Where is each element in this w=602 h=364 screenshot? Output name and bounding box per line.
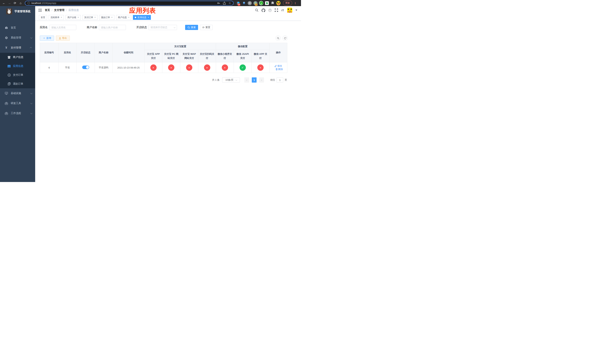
back-icon[interactable]: ←	[1, 1, 6, 6]
sidebar-item-infrastructure[interactable]: 基础设施	[0, 88, 35, 98]
current-page-button[interactable]: 1	[252, 77, 257, 83]
sidebar-item-pay-orders[interactable]: ¥ 支付订单	[0, 71, 35, 79]
sidebar-item-home[interactable]: 首页	[0, 23, 35, 33]
share-icon[interactable]	[223, 2, 226, 5]
sidebar-item-workflow[interactable]: 工作流程	[0, 108, 35, 118]
prev-page-button[interactable]: ‹	[244, 77, 249, 83]
sidebar-fold-icon[interactable]	[38, 9, 42, 12]
extensions-puzzle-icon[interactable]	[271, 1, 275, 5]
monitor-icon	[4, 92, 9, 95]
merchant-name-input[interactable]	[99, 25, 126, 30]
profile-avatar[interactable]	[276, 1, 280, 5]
col-header-wx-mini: 微信小程序支付	[216, 50, 234, 62]
col-header-alipay-wap: 支付宝 WAP 网站支付	[180, 50, 198, 62]
tag-user-group[interactable]: 用户分组×	[65, 15, 81, 20]
tag-app-info[interactable]: 应用信息×	[133, 15, 151, 20]
sidebar-item-label: 商户信息	[13, 55, 23, 59]
col-header-name: 应用名	[58, 43, 77, 62]
toolbox-icon	[4, 102, 9, 105]
tag-merchant-info[interactable]: 商户信息×	[116, 15, 131, 20]
browser-menu-icon[interactable]: ⋮	[294, 2, 297, 5]
tag-home[interactable]: 首页	[39, 15, 47, 20]
github-icon[interactable]	[262, 9, 265, 12]
browser-update-button[interactable]: 更新	[283, 0, 292, 6]
site-info-icon[interactable]: i	[27, 2, 30, 4]
status-toggle-on[interactable]	[82, 65, 89, 69]
extension-grid-icon[interactable]: 10	[236, 1, 240, 5]
breadcrumb-home[interactable]: 首页	[45, 9, 50, 12]
fullscreen-icon[interactable]	[275, 9, 278, 12]
user-avatar[interactable]	[287, 8, 292, 13]
sidebar-item-merchant-info[interactable]: 商户信息	[0, 53, 35, 62]
search-form: 应用名 商户名称 开启状态 请选择开启状态 搜索 ⟳ 重置	[40, 25, 301, 30]
table-row: 6 芋道 芋道源码 2021-10-23 08:49:25 × × × × × …	[40, 62, 287, 73]
cell-id: 6	[40, 62, 58, 73]
refresh-icon: ⟳	[202, 26, 204, 29]
sidebar-item-refund-orders[interactable]: 退款订单	[0, 79, 35, 88]
font-size-icon[interactable]: TT	[281, 9, 284, 12]
forward-icon[interactable]: →	[7, 1, 12, 6]
extensions-area: 10 ⌘ 1 y	[236, 1, 281, 5]
alipay-wap-disabled-icon: ×	[186, 64, 192, 71]
extension-command-icon[interactable]: ⌘	[248, 1, 252, 5]
briefcase-icon	[4, 112, 9, 115]
app-name-input[interactable]	[49, 25, 76, 30]
reset-button[interactable]: ⟳ 重置	[200, 25, 213, 30]
sidebar-item-label: 首页	[11, 26, 16, 30]
extension-camera-icon[interactable]: 1	[253, 1, 258, 5]
user-caret-icon[interactable]	[295, 10, 297, 11]
close-icon[interactable]: ×	[128, 16, 129, 19]
search-button[interactable]: 搜索	[185, 25, 198, 30]
sidebar-logo[interactable]: 芋道管理系统	[0, 6, 35, 16]
app-table: 应用编号 应用名 开启状态 商户名称 创建时间 支付宝配置 微信配置 操作 支付…	[40, 43, 287, 73]
close-icon[interactable]: ×	[94, 16, 96, 19]
trash-icon	[276, 68, 278, 70]
status-select[interactable]: 请选择开启状态	[149, 25, 177, 30]
help-icon[interactable]: ?	[269, 9, 272, 12]
cell-created: 2021-10-23 08:49:25	[113, 62, 145, 73]
add-button[interactable]: ＋ 新增	[40, 36, 54, 41]
sidebar-item-pay[interactable]: ¥ 支付管理	[0, 43, 35, 53]
show-search-toggle-button[interactable]	[275, 36, 281, 41]
page-content: 应用名 商户名称 开启状态 请选择开启状态 搜索 ⟳ 重置	[35, 21, 301, 182]
coin-yen-icon: ¥	[7, 74, 11, 77]
breadcrumb-pay[interactable]: 支付管理	[54, 9, 64, 12]
sidebar-item-label: 系统管理	[11, 36, 21, 39]
sidebar-item-app-info[interactable]: 应用信息	[0, 62, 35, 71]
extension-kite-icon[interactable]	[242, 1, 246, 5]
col-header-merchant: 商户名称	[95, 43, 113, 62]
sidebar-item-dev-tools[interactable]: 研发工具	[0, 98, 35, 108]
sidebar-item-system[interactable]: 系统管理	[0, 33, 35, 43]
close-icon[interactable]: ×	[61, 16, 62, 19]
search-icon[interactable]	[255, 9, 258, 12]
refresh-icon	[284, 37, 286, 39]
tag-process-form[interactable]: 流程表单×	[49, 15, 64, 20]
sidebar-item-label: 退款订单	[13, 82, 23, 86]
tag-refund-orders[interactable]: 退款订单×	[99, 15, 114, 20]
address-bar[interactable]: i localhost:1024/pay/app ☆	[25, 1, 234, 6]
search-icon	[277, 37, 279, 39]
home-icon[interactable]: ⌂	[18, 1, 23, 6]
close-icon[interactable]: ×	[111, 16, 113, 19]
col-header-alipay-qr: 支付宝扫码支付	[198, 50, 216, 62]
next-page-button[interactable]: ›	[259, 77, 264, 83]
refresh-table-button[interactable]	[282, 36, 288, 41]
close-icon[interactable]: ×	[77, 16, 79, 19]
url-text[interactable]: localhost:1024/pay/app	[32, 2, 56, 4]
goto-page-input[interactable]	[277, 77, 283, 83]
reload-icon[interactable]: ⟳	[13, 1, 17, 6]
extension-doc-icon[interactable]	[265, 1, 269, 5]
bookmark-star-icon[interactable]: ☆	[229, 1, 231, 5]
alipay-app-disabled-icon: ×	[150, 64, 157, 71]
tag-pay-orders[interactable]: 支付订单×	[82, 15, 97, 20]
password-key-icon[interactable]	[217, 2, 220, 5]
col-header-status: 开启状态	[77, 43, 95, 62]
edit-button[interactable]: 修改	[275, 64, 282, 68]
app-name-label: 应用名	[40, 26, 48, 29]
merchant-name-label: 商户名称	[87, 26, 97, 29]
page-size-select[interactable]: 10条/页	[222, 77, 240, 83]
delete-button[interactable]: 删除	[276, 68, 283, 71]
export-button[interactable]: 导出	[56, 36, 70, 41]
close-icon[interactable]: ×	[148, 16, 149, 19]
extension-y-icon[interactable]: y	[259, 1, 263, 5]
